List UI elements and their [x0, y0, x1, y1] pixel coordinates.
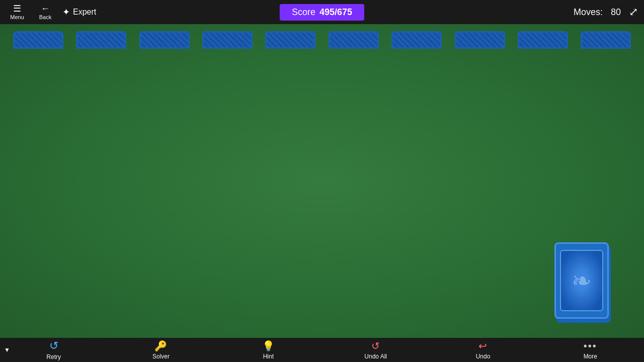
column-8[interactable]: 4 ♥ 4 ♥ ♥ 4	[451, 31, 509, 232]
back-card	[202, 31, 253, 49]
undo-button[interactable]: ↩ Undo	[429, 340, 536, 360]
column-9[interactable]: 5 ♥ 4 ♥ 4 ♥ ♥ 4	[514, 31, 572, 232]
undo-icon: ↩	[478, 340, 487, 352]
undo-label: Undo	[476, 353, 491, 360]
more-label: More	[584, 353, 597, 360]
more-button[interactable]: ••• More	[537, 340, 644, 360]
back-button[interactable]: ← Back	[34, 4, 56, 20]
retry-label: Retry	[46, 353, 61, 360]
game-area: 2 ♥ A ♥ ♥ A ♥	[0, 24, 644, 338]
moves-display: Moves: 80 ⤢	[574, 6, 638, 19]
back-card	[329, 31, 379, 49]
stock-card-top[interactable]: ❧	[554, 242, 609, 319]
difficulty-label: Expert	[73, 8, 96, 17]
top-bar: ☰ Menu ← Back ✦ Expert Score 495/675 Mov…	[0, 0, 644, 24]
stock-pile[interactable]: ❧	[554, 242, 609, 323]
solver-button[interactable]: 🔑 Solver	[107, 340, 214, 360]
back-card	[391, 31, 442, 49]
back-card	[581, 31, 631, 49]
column-5[interactable]: 9 ♥ 6 ♥ ♥ 6	[262, 31, 319, 232]
back-card	[265, 31, 315, 49]
column-10[interactable]: 3 ♠ 3 ♠ ♠ 3	[577, 31, 635, 232]
fullscreen-button[interactable]: ⤢	[629, 6, 638, 19]
retry-button[interactable]: ↺ Retry	[0, 339, 107, 360]
toolbar: ▼ ↺ Retry 🔑 Solver 💡 Hint ↺ Undo All ↩ U…	[0, 338, 644, 362]
undo-all-label: Undo All	[364, 353, 387, 360]
back-label: Back	[39, 14, 51, 20]
hint-label: Hint	[263, 353, 274, 360]
back-card	[455, 31, 505, 49]
menu-label: Menu	[10, 14, 24, 20]
score-label: Score	[292, 7, 315, 18]
undo-all-button[interactable]: ↺ Undo All	[322, 340, 429, 360]
hint-icon: 💡	[262, 340, 275, 352]
menu-icon: ☰	[13, 4, 21, 13]
hint-button[interactable]: 💡 Hint	[215, 340, 322, 360]
back-card	[13, 31, 63, 49]
stock-cards: ❧	[554, 242, 609, 323]
column-3[interactable]: 6 ♠ 9 ♠ ♠ 9	[135, 31, 193, 232]
back-card	[76, 31, 126, 49]
more-icon: •••	[584, 340, 597, 352]
column-7[interactable]: 2 ♠ 2 ♠ ♠ 2	[387, 31, 445, 232]
back-icon: ←	[41, 4, 50, 13]
column-6[interactable]: 10 ♥ 9 ♥ 8 ♥ 7 ♥	[325, 31, 382, 232]
column-4[interactable]: ❧	[198, 31, 256, 232]
score-value: 495/675	[319, 7, 352, 18]
solver-icon: 🔑	[154, 340, 167, 352]
difficulty-badge: ✦ Expert	[62, 7, 96, 18]
solver-label: Solver	[152, 353, 170, 360]
moves-value: 80	[611, 7, 621, 18]
back-card	[139, 31, 190, 49]
column-2[interactable]: J ♦ 🤴 J	[72, 31, 130, 232]
back-card	[518, 31, 568, 49]
retry-icon: ↺	[49, 339, 58, 352]
scroll-left-button[interactable]: ▼	[4, 346, 10, 353]
star-icon: ✦	[62, 7, 70, 18]
score-display: Score 495/675	[280, 4, 364, 21]
undo-all-icon: ↺	[371, 340, 380, 352]
menu-button[interactable]: ☰ Menu	[6, 4, 28, 20]
moves-label: Moves:	[574, 7, 603, 18]
card-columns: 2 ♥ A ♥ ♥ A ♥	[0, 24, 644, 232]
column-1[interactable]: 2 ♥ A ♥ ♥ A ♥	[9, 31, 67, 232]
